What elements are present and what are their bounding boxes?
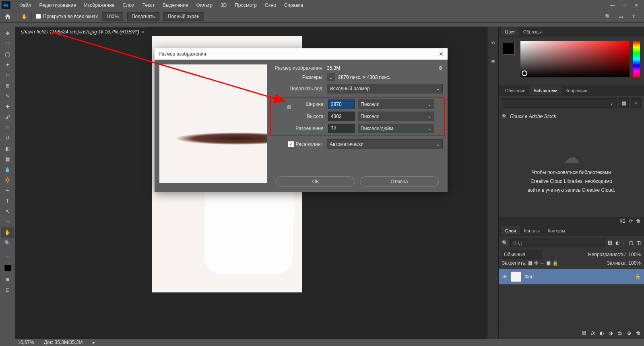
tab-learn[interactable]: Обучение (501, 86, 529, 95)
fill-value[interactable]: 100% (628, 260, 641, 266)
mask-icon[interactable]: ◐ (600, 330, 604, 336)
window-maximize-icon[interactable]: ▭ (618, 0, 630, 10)
properties-panel-icon[interactable]: ≣ (489, 57, 497, 66)
path-select-tool-icon[interactable]: ↖ (1, 206, 14, 217)
crop-tool-icon[interactable]: ⌗ (1, 70, 14, 81)
color-picker-field[interactable] (520, 41, 630, 77)
link-dimensions-icon[interactable]: ⛓ (287, 104, 292, 110)
menu-image[interactable]: Изображение (80, 0, 119, 10)
healing-tool-icon[interactable]: ✚ (1, 102, 14, 112)
edit-toolbar-icon[interactable]: ⋯ (1, 252, 14, 262)
hand-tool-icon[interactable]: ✋ (21, 14, 27, 19)
opacity-value[interactable]: 100% (628, 252, 641, 257)
resolution-unit-select[interactable]: Пиксели/дюйм (358, 124, 434, 133)
library-select[interactable]: ⌄ (502, 98, 617, 108)
dodge-tool-icon[interactable]: 🔆 (1, 175, 14, 185)
tab-paths[interactable]: Контуры (544, 226, 569, 235)
filter-image-icon[interactable]: 🖼 (607, 240, 612, 246)
type-tool-icon[interactable]: T (1, 196, 14, 206)
frame-tool-icon[interactable]: ⊠ (1, 81, 14, 91)
pen-tool-icon[interactable]: ✒ (1, 185, 14, 196)
zoom-tool-icon[interactable]: 🔍 (1, 238, 14, 248)
adjustment-icon[interactable]: ◑ (609, 330, 613, 336)
ok-button[interactable]: ОК (276, 176, 355, 187)
width-input[interactable] (328, 99, 355, 109)
link-layers-icon[interactable]: ⛓ (582, 330, 586, 336)
quick-select-tool-icon[interactable]: ✦ (1, 60, 14, 70)
gear-icon[interactable]: ⚙ (438, 65, 443, 71)
dialog-close-icon[interactable]: ✕ (439, 51, 444, 57)
menu-window[interactable]: Окно (261, 0, 280, 10)
shape-tool-icon[interactable]: ▭ (1, 217, 14, 227)
menu-layers[interactable]: Слои (119, 0, 138, 10)
layer-visibility-icon[interactable]: 👁 (502, 274, 508, 280)
filter-smart-icon[interactable]: ◫ (636, 240, 641, 246)
layer-row[interactable]: 👁 Фон 🔒 (499, 269, 644, 284)
screenmode-icon[interactable]: ⊡ (1, 285, 14, 295)
lock-artboard-icon[interactable]: ↔ (540, 260, 545, 266)
tab-libraries[interactable]: Библиотеки (529, 86, 561, 95)
gradient-tool-icon[interactable]: ▦ (1, 154, 14, 164)
lock-position-icon[interactable]: ✜ (534, 260, 538, 266)
delete-layer-icon[interactable]: 🗑 (636, 330, 641, 336)
resample-method-select[interactable]: Автоматически (327, 139, 443, 149)
scroll-all-windows-checkbox[interactable]: Прокрутка во всех окнах (36, 14, 98, 19)
filter-shape-icon[interactable]: ▢ (629, 240, 633, 246)
zoom-100-button[interactable]: 100% (102, 12, 123, 21)
foreground-color-swatch[interactable] (503, 43, 515, 55)
menu-text[interactable]: Текст (138, 0, 159, 10)
document-tab[interactable]: shawn-fields-1198524-unsplash.jpg @ 16,7… (18, 27, 147, 36)
height-unit-select[interactable]: Пиксели (358, 112, 434, 121)
tab-channels[interactable]: Каналы (520, 226, 544, 235)
lock-all-icon[interactable]: 🔒 (552, 260, 558, 266)
stock-search-input[interactable]: Поиск в Adobe Stock (502, 112, 641, 121)
group-icon[interactable]: 🗀 (617, 330, 622, 336)
lasso-tool-icon[interactable]: ◯ (1, 49, 14, 60)
eyedropper-tool-icon[interactable]: ✎ (1, 91, 14, 102)
search-icon[interactable]: 🔍 (604, 12, 612, 21)
menu-view[interactable]: Просмотр (231, 0, 261, 10)
lock-nesting-icon[interactable]: ▣ (546, 260, 551, 266)
menu-3d[interactable]: 3D (217, 0, 231, 10)
hue-slider[interactable] (633, 41, 640, 77)
fit-to-select[interactable]: Исходный размер (327, 84, 443, 93)
share-icon[interactable]: ⇪ (630, 12, 638, 21)
menu-edit[interactable]: Редактирование (35, 0, 80, 10)
zoom-level[interactable]: 16,67% (18, 340, 34, 345)
lock-pixels-icon[interactable]: ▦ (528, 260, 533, 266)
hand-tool-icon[interactable]: ✋ (1, 227, 14, 238)
tab-adjustments[interactable]: Коррекция (561, 86, 591, 95)
cancel-button[interactable]: Отмена (360, 176, 439, 187)
window-minimize-icon[interactable]: — (606, 0, 618, 10)
brush-tool-icon[interactable]: 🖌 (1, 112, 14, 122)
stamp-tool-icon[interactable]: ⎍ (1, 122, 14, 133)
resample-checkbox[interactable]: ✓ (288, 141, 294, 147)
close-tab-icon[interactable]: × (142, 29, 144, 34)
dialog-titlebar[interactable]: Размер изображения ✕ (155, 48, 448, 60)
eraser-tool-icon[interactable]: ◧ (1, 143, 14, 154)
move-tool-icon[interactable]: ✥ (1, 28, 14, 39)
home-icon[interactable] (2, 12, 13, 21)
window-close-icon[interactable]: ✕ (630, 0, 642, 10)
history-panel-icon[interactable]: ⟲ (489, 39, 497, 48)
filter-type-icon[interactable]: T (623, 240, 625, 246)
menu-select[interactable]: Выделение (159, 0, 192, 10)
filter-adjust-icon[interactable]: ◐ (615, 240, 619, 246)
sync-icon[interactable]: ⟳ (629, 218, 633, 224)
tab-swatches[interactable]: Образцы (519, 27, 546, 36)
new-layer-icon[interactable]: ⊕ (627, 330, 631, 336)
blend-mode-select[interactable]: Обычные (502, 251, 542, 259)
color-swatch-icon[interactable] (1, 262, 14, 274)
tab-layers[interactable]: Слои (501, 226, 520, 235)
menu-filter[interactable]: Фильтр (192, 0, 217, 10)
list-view-icon[interactable]: ≡ (631, 98, 641, 108)
trash-icon[interactable]: 🗑 (636, 218, 641, 224)
history-brush-tool-icon[interactable]: ↺ (1, 133, 14, 143)
marquee-tool-icon[interactable]: ⬚ (1, 39, 14, 49)
height-input[interactable] (328, 112, 355, 121)
menu-help[interactable]: Справка (280, 0, 307, 10)
fullscreen-button[interactable]: Полный экран (163, 12, 204, 21)
layer-filter-input[interactable] (510, 238, 605, 247)
dimensions-dropdown-icon[interactable]: ⌄ (327, 73, 335, 81)
grid-view-icon[interactable]: ▦ (619, 98, 629, 108)
